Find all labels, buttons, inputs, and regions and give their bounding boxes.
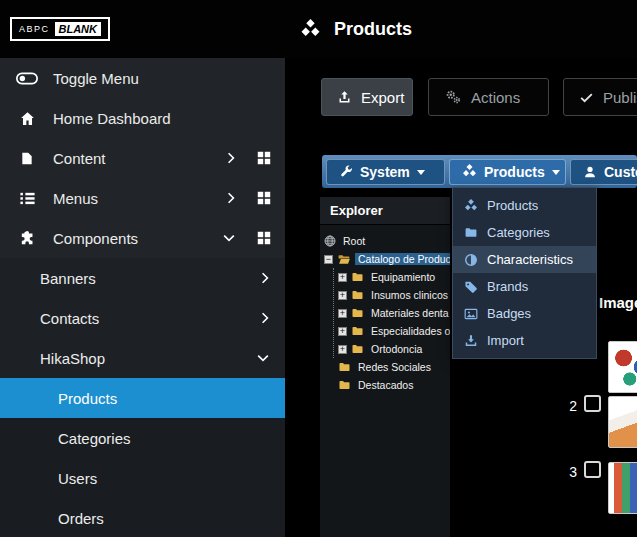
cubes-icon	[463, 199, 478, 213]
expand-icon[interactable]: +	[338, 291, 347, 300]
explorer-header: Explorer	[320, 197, 450, 225]
products-menu-label: Products	[484, 164, 545, 180]
sidebar-item-content[interactable]: Content	[0, 138, 285, 178]
sidebar-item-label: Users	[58, 470, 97, 487]
site-logo[interactable]: ABPC BLANK	[10, 17, 110, 41]
expand-icon[interactable]: +	[338, 345, 347, 354]
sidebar-item-label: HikaShop	[40, 350, 105, 367]
tree-node-root[interactable]: Root	[324, 232, 450, 250]
tree-node-child[interactable]: + Ortodoncia	[338, 340, 450, 358]
dropdown-item-categories[interactable]: Categories	[453, 219, 596, 246]
image-icon	[463, 307, 478, 321]
dropdown-item-label: Brands	[487, 279, 528, 294]
sidebar-item-menus[interactable]: Menus	[0, 178, 285, 218]
dropdown-item-import[interactable]: Import	[453, 327, 596, 354]
sidebar-item-orders[interactable]: Orders	[0, 498, 285, 537]
tree-node-label: Materiales denta	[368, 307, 450, 319]
expand-icon[interactable]: +	[338, 309, 347, 318]
folder-icon	[351, 271, 364, 283]
sidebar-item-label: Banners	[40, 270, 96, 287]
grid-shortcut-icon[interactable]	[257, 191, 271, 205]
row-checkbox[interactable]	[584, 461, 601, 478]
category-tree: Root − Catalogo de Producto + Equipamien…	[320, 225, 450, 394]
document-icon	[16, 150, 38, 167]
toggle-menu-icon	[16, 72, 38, 85]
sidebar-item-label: Toggle Menu	[53, 70, 139, 87]
tree-node-label: Insumos clinicos	[368, 289, 450, 301]
actions-button[interactable]: Actions	[428, 78, 549, 116]
folder-icon	[338, 379, 351, 391]
sidebar-item-hikashop[interactable]: HikaShop	[0, 338, 285, 378]
half-circle-icon	[463, 253, 478, 267]
page-title-text: Products	[334, 19, 412, 40]
dropdown-item-label: Categories	[487, 225, 550, 240]
tree-node-label: Root	[340, 235, 368, 247]
list-icon	[16, 190, 38, 207]
product-thumbnail[interactable]	[608, 462, 637, 514]
caret-down-icon	[417, 170, 425, 175]
dropdown-item-characteristics[interactable]: Characteristics	[453, 246, 596, 273]
sidebar-item-users[interactable]: Users	[0, 458, 285, 498]
grid-shortcut-icon[interactable]	[257, 151, 271, 165]
tree-node-child[interactable]: + Insumos clinicos	[338, 286, 450, 304]
expand-icon[interactable]: +	[338, 327, 347, 336]
publish-button[interactable]: Publish	[563, 78, 637, 116]
tree-node-redes-sociales[interactable]: Redes Sociales	[324, 358, 450, 376]
row-checkbox[interactable]	[584, 395, 601, 412]
sidebar-item-categories[interactable]: Categories	[0, 418, 285, 458]
product-thumbnail[interactable]	[608, 341, 637, 393]
folder-icon	[351, 307, 364, 319]
tree-node-child[interactable]: + Materiales denta	[338, 304, 450, 322]
export-button[interactable]: Export	[321, 78, 413, 116]
system-menu-label: System	[360, 164, 410, 180]
grid-shortcut-icon[interactable]	[257, 231, 271, 245]
tree-node-destacados[interactable]: Destacados	[324, 376, 450, 394]
customers-menu-label: Customers	[604, 164, 637, 180]
import-icon	[463, 334, 478, 348]
dropdown-item-label: Import	[487, 333, 524, 348]
products-menu-button[interactable]: Products	[449, 159, 566, 185]
sidebar-item-label: Products	[58, 390, 117, 407]
sidebar-item-products[interactable]: Products	[0, 378, 285, 418]
globe-icon	[324, 235, 336, 247]
row-number: 2	[559, 398, 577, 414]
dropdown-item-products[interactable]: Products	[453, 192, 596, 219]
collapse-icon[interactable]: −	[324, 255, 333, 264]
expand-icon[interactable]: +	[338, 273, 347, 282]
folder-icon	[351, 343, 364, 355]
tree-node-child[interactable]: + Especialidades o	[338, 322, 450, 340]
cubes-icon	[462, 164, 477, 179]
sidebar-item-label: Content	[53, 150, 106, 167]
dropdown-item-badges[interactable]: Badges	[453, 300, 596, 327]
tree-node-label: Redes Sociales	[355, 361, 434, 373]
export-label: Export	[361, 89, 404, 106]
tree-node-label: Equipamiento	[368, 271, 438, 283]
sidebar-item-contacts[interactable]: Contacts	[0, 298, 285, 338]
dropdown-item-brands[interactable]: Brands	[453, 273, 596, 300]
top-bar: ABPC BLANK Products	[0, 0, 637, 58]
tree-node-label: Ortodoncia	[368, 343, 425, 355]
chevron-right-icon	[261, 312, 269, 324]
logo-text-blank: BLANK	[55, 22, 102, 36]
tree-node-label: Especialidades o	[368, 325, 450, 337]
row-number: 3	[559, 464, 577, 480]
sidebar-item-label: Menus	[53, 190, 98, 207]
check-icon	[579, 90, 594, 105]
sidebar-item-components[interactable]: Components	[0, 218, 285, 258]
cubes-icon	[300, 19, 321, 40]
sidebar-item-banners[interactable]: Banners	[0, 258, 285, 298]
sidebar-item-label: Orders	[58, 510, 104, 527]
folder-open-icon	[337, 253, 351, 266]
tree-node-catalog[interactable]: − Catalogo de Producto	[324, 250, 450, 268]
sidebar-item-home-dashboard[interactable]: Home Dashboard	[0, 98, 285, 138]
puzzle-icon	[16, 230, 38, 247]
customers-menu-button[interactable]: Customers	[570, 159, 637, 185]
sidebar-item-toggle-menu[interactable]: Toggle Menu	[0, 58, 285, 98]
hikashop-menubar: System Products Customers	[322, 155, 637, 188]
sidebar-item-label: Contacts	[40, 310, 99, 327]
chevron-right-icon	[261, 272, 269, 284]
system-menu-button[interactable]: System	[326, 159, 445, 185]
folder-icon	[463, 226, 478, 239]
tree-node-child[interactable]: + Equipamiento	[338, 268, 450, 286]
product-thumbnail[interactable]	[608, 396, 637, 448]
